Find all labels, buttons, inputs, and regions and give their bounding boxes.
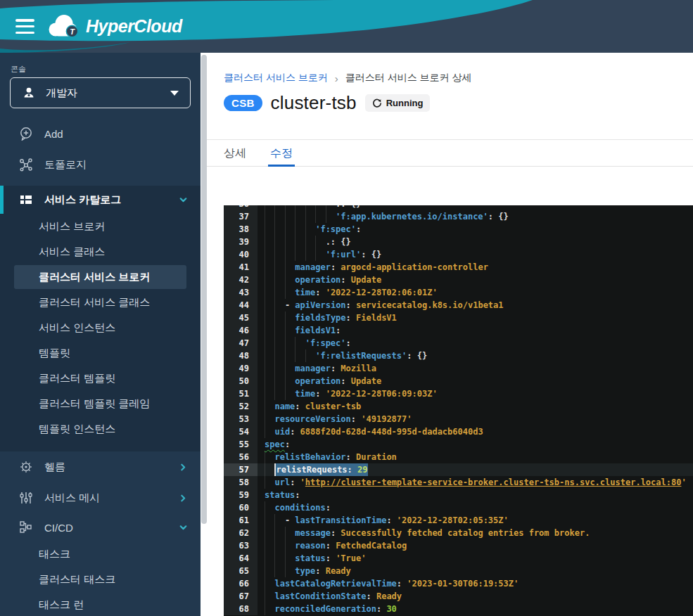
- service-mesh-icon: [19, 491, 33, 505]
- sidebar-item-label: 태스크: [39, 548, 70, 561]
- tab-detail[interactable]: 상세: [224, 140, 246, 167]
- sidebar-item-cluster-template[interactable]: 클러스터 템플릿: [0, 366, 201, 391]
- code-text: 'f:url': {}: [258, 248, 381, 261]
- code-text: fieldsType: FieldsV1: [258, 312, 397, 324]
- hypercloud-logo[interactable]: T HyperCloud: [45, 11, 182, 41]
- code-line-36[interactable]: 36.: {}: [224, 205, 693, 210]
- code-line-54[interactable]: 54uid: 6888f20d-628d-448d-995d-dadacb604…: [224, 425, 693, 438]
- sidebar-item-task[interactable]: 태스크: [0, 541, 201, 567]
- code-line-67[interactable]: 67lastConditionState: Ready: [224, 590, 693, 603]
- line-number: 53: [224, 413, 258, 425]
- code-line-60[interactable]: 60conditions:: [224, 501, 693, 514]
- code-line-37[interactable]: 37'f:app.kubernetes.io/instance': {}: [224, 210, 693, 223]
- code-line-51[interactable]: 51time: '2022-12-28T06:09:03Z': [224, 387, 693, 400]
- code-line-61[interactable]: 61- lastTransitionTime: '2022-12-28T02:0…: [224, 514, 693, 527]
- code-line-39[interactable]: 39.: {}: [224, 236, 693, 248]
- code-line-43[interactable]: 43time: '2022-12-28T02:06:01Z': [224, 286, 693, 299]
- status-text: Running: [386, 98, 424, 108]
- code-line-68[interactable]: 68reconciledGeneration: 30: [224, 603, 693, 615]
- code-text: resourceVersion: '49192877': [258, 413, 412, 425]
- sidebar-nav: 콘솔 개발자 Add토폴로지서비스 카탈로그서비스 브로커서비스 클래스클러스터…: [0, 53, 201, 616]
- code-line-66[interactable]: 66lastCatalogRetrievalTime: '2023-01-30T…: [224, 577, 693, 590]
- code-line-56[interactable]: 56relistBehavior: Duration: [224, 451, 693, 463]
- breadcrumb-parent-link[interactable]: 클러스터 서비스 브로커: [224, 72, 328, 84]
- sidebar-item-service-catalog[interactable]: 서비스 카탈로그: [0, 186, 201, 214]
- app-header: T HyperCloud: [0, 0, 693, 53]
- sidebar-item-template-instance[interactable]: 템플릿 인스턴스: [0, 416, 201, 442]
- code-line-48[interactable]: 48'f:relistRequests': {}: [224, 349, 693, 362]
- chevron-down-icon: [179, 195, 188, 205]
- sidebar-item-service-class[interactable]: 서비스 클래스: [0, 239, 201, 264]
- code-line-64[interactable]: 64status: 'True': [224, 552, 693, 565]
- code-line-50[interactable]: 50operation: Update: [224, 375, 693, 387]
- text-selection: relistRequests: 29: [274, 463, 367, 476]
- code-line-59[interactable]: 59status:: [224, 489, 693, 501]
- code-text: reconciledGeneration: 30: [258, 603, 397, 615]
- sidebar-item-label: 태스크 런: [39, 598, 84, 612]
- sidebar-item-label: 토폴로지: [44, 158, 188, 172]
- code-line-47[interactable]: 47'f:spec':: [224, 337, 693, 349]
- sidebar-item-service-broker[interactable]: 서비스 브로커: [0, 214, 201, 239]
- code-line-41[interactable]: 41manager: argocd-application-controller: [224, 261, 693, 274]
- line-number: 43: [224, 286, 258, 299]
- code-line-45[interactable]: 45fieldsType: FieldsV1: [224, 312, 693, 324]
- code-line-62[interactable]: 62message: Successfully fetched catalog …: [224, 527, 693, 539]
- code-text: - apiVersion: servicecatalog.k8s.io/v1be…: [258, 299, 504, 312]
- code-line-44[interactable]: 44- apiVersion: servicecatalog.k8s.io/v1…: [224, 299, 693, 312]
- status-badge: Running: [365, 94, 431, 112]
- code-line-38[interactable]: 38'f:spec':: [224, 223, 693, 236]
- line-number: 46: [224, 324, 258, 337]
- cicd-icon: [19, 520, 33, 534]
- sidebar-item-label: CI/CD: [44, 522, 179, 534]
- code-line-58[interactable]: 58url: 'http://cluster-template-service-…: [224, 476, 693, 489]
- line-number: 55: [224, 438, 258, 451]
- code-line-63[interactable]: 63reason: FetchedCatalog: [224, 539, 693, 552]
- sidebar-item-cluster-service-broker[interactable]: 클러스터 서비스 브로커: [0, 264, 201, 290]
- code-line-46[interactable]: 46fieldsV1:: [224, 324, 693, 337]
- code-text: 'f:spec':: [258, 223, 361, 236]
- resource-kind-badge: CSB: [224, 95, 262, 111]
- developer-icon: [22, 86, 36, 100]
- perspective-dropdown[interactable]: 개발자: [10, 77, 191, 108]
- sidebar-item-cluster-service-class[interactable]: 클러스터 서비스 클래스: [0, 290, 201, 315]
- sidebar-item-task-run[interactable]: 태스크 런: [0, 592, 201, 616]
- sidebar-item-cluster-template-claim[interactable]: 클러스터 템플릿 클레임: [0, 391, 201, 416]
- code-line-42[interactable]: 42operation: Update: [224, 274, 693, 286]
- code-line-52[interactable]: 52name: cluster-tsb: [224, 400, 693, 413]
- code-text: time: '2022-12-28T06:09:03Z': [258, 387, 438, 400]
- code-line-53[interactable]: 53resourceVersion: '49192877': [224, 413, 693, 425]
- code-line-49[interactable]: 49manager: Mozilla: [224, 362, 693, 375]
- cloud-logo-icon: T: [45, 11, 82, 41]
- code-line-55[interactable]: 55spec:: [224, 438, 693, 451]
- line-number: 37: [224, 210, 258, 223]
- sidebar-item-label: Add: [44, 128, 188, 140]
- sidebar-item-label: 헬름: [44, 461, 179, 474]
- line-number: 60: [224, 501, 258, 514]
- breadcrumb-current: 클러스터 서비스 브로커 상세: [345, 72, 472, 84]
- code-text: time: '2022-12-28T02:06:01Z': [258, 286, 438, 299]
- yaml-editor[interactable]: 36.: {}37'f:app.kubernetes.io/instance':…: [224, 205, 693, 616]
- sidebar-item-helm[interactable]: 헬름: [0, 451, 201, 482]
- code-line-57[interactable]: 57relistRequests: 29: [224, 463, 693, 476]
- line-number: 50: [224, 375, 258, 387]
- perspective-label: 개발자: [46, 86, 170, 100]
- sidebar-item-service-instance[interactable]: 서비스 인스턴스: [0, 315, 201, 340]
- sidebar-item-service-mesh[interactable]: 서비스 메시: [0, 482, 201, 513]
- code-text: status: 'True': [258, 552, 366, 565]
- menu-hamburger-icon[interactable]: [15, 19, 34, 34]
- sidebar-item-cluster-task[interactable]: 클러스터 태스크: [0, 567, 201, 592]
- code-text: 'f:app.kubernetes.io/instance': {}: [258, 210, 509, 223]
- line-number: 36: [224, 205, 258, 210]
- tab-edit[interactable]: 수정: [270, 140, 293, 167]
- code-text: manager: argocd-application-controller: [258, 261, 488, 274]
- code-line-65[interactable]: 65type: Ready: [224, 565, 693, 577]
- code-line-40[interactable]: 40'f:url': {}: [224, 248, 693, 261]
- sidebar-item-topology[interactable]: 토폴로지: [0, 149, 201, 180]
- chevron-down-icon: [179, 523, 188, 532]
- line-number: 42: [224, 274, 258, 286]
- content-scrollbar[interactable]: [201, 55, 207, 524]
- sidebar-item-add[interactable]: Add: [0, 118, 201, 149]
- sidebar-item-template[interactable]: 템플릿: [0, 340, 201, 366]
- sidebar-item-label: 서비스 인스턴스: [39, 321, 115, 335]
- sidebar-item-cicd[interactable]: CI/CD: [0, 513, 201, 541]
